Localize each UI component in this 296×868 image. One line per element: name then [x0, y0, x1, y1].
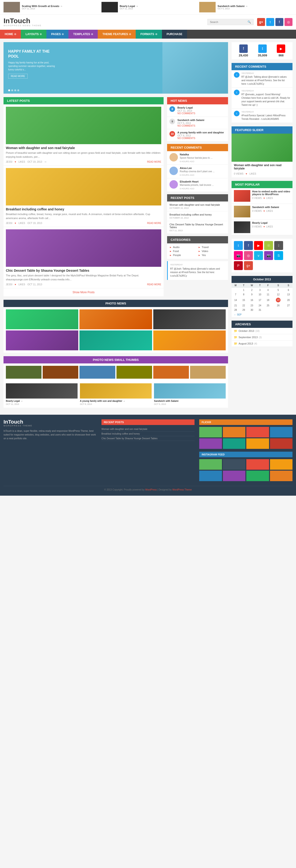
cal-d-9[interactable]: 9 [248, 292, 256, 297]
gplus-icon[interactable]: g+ [257, 18, 265, 26]
cat-travel[interactable]: ► Travel [198, 246, 226, 249]
cal-d-25[interactable]: 25 [264, 303, 272, 308]
show-more-button[interactable]: Show More Posts [3, 288, 164, 296]
cat-audio[interactable]: ► Audio [169, 246, 197, 249]
sthumb-2[interactable] [43, 366, 78, 379]
logo[interactable]: InTouch WORDPRESS NEWS THEME [3, 17, 208, 27]
top-post-2[interactable]: Bearly Legal → OCT 11, 2013 [102, 2, 195, 12]
facebook-header-icon[interactable]: f [275, 18, 284, 26]
sthumb-4[interactable] [116, 366, 152, 379]
ss-flickr[interactable]: 📷 [234, 251, 243, 260]
cat-food[interactable]: ► Food [169, 250, 197, 252]
nav-templates[interactable]: TEMPLATES [69, 30, 98, 39]
cal-d-2[interactable]: 2 [248, 288, 256, 292]
mp-item-1[interactable]: How to embed audio and video players to … [232, 188, 293, 204]
cal-d-30[interactable]: 30 [248, 308, 256, 312]
mp-item-3[interactable]: Bearly Legal 0 VIEWS ♥ LIKES [232, 219, 293, 235]
cal-d-19-today[interactable]: 19 [272, 297, 285, 303]
cal-d-3[interactable]: 3 [256, 288, 264, 292]
cal-d-31[interactable]: 31 [256, 308, 264, 312]
cal-prev[interactable]: ← SEP [234, 313, 242, 316]
dot-3[interactable] [14, 89, 16, 91]
sc-twitter[interactable]: t 35,009 [258, 44, 267, 57]
flickr-5[interactable] [199, 438, 222, 449]
nav-layouts[interactable]: LAYOUTS [21, 30, 46, 39]
flickr-4[interactable] [270, 427, 293, 437]
cal-d-29[interactable]: 29 [240, 308, 248, 312]
cal-d-13[interactable]: 13 [284, 292, 293, 297]
cal-d-8[interactable]: 8 [240, 292, 248, 297]
mp-item-2[interactable]: Sandwich with Salami 0 VIEWS ♥ LIKES [232, 204, 293, 219]
footer-logo[interactable]: InTouch [3, 420, 97, 425]
nav-pages[interactable]: PAGES [46, 30, 69, 39]
twitter-header-icon[interactable]: t [266, 18, 274, 26]
ss-skype[interactable]: S [274, 251, 283, 260]
ig-8[interactable] [270, 471, 293, 481]
fs-title[interactable]: Woman with daughter and son read fairyta… [232, 162, 293, 171]
sthumb-5[interactable] [153, 366, 189, 379]
ss-apple[interactable]:  [274, 241, 283, 250]
dribbble-header-icon[interactable]: ◎ [285, 18, 293, 26]
ss-gplus[interactable]: g+ [244, 261, 253, 270]
search-input[interactable] [210, 21, 247, 23]
cal-d-5[interactable]: 5 [272, 288, 285, 292]
photo-3[interactable] [153, 309, 226, 329]
flickr-6[interactable] [223, 438, 245, 449]
footer-post-2[interactable]: Breakfast including coffee and honey [102, 432, 195, 436]
ig-7[interactable] [246, 471, 269, 481]
cal-d-18[interactable]: 18 [264, 297, 272, 303]
hot-item-1[interactable]: 8 Bearly Legal OCT 11, 2013 NO COMMENTS [167, 104, 228, 117]
cal-d-6[interactable]: 6 [284, 288, 293, 292]
top-post-3[interactable]: Sandwich with Salami → OCT 5, 2013 [199, 2, 293, 12]
photo-6[interactable] [153, 331, 226, 350]
footer-post-1[interactable]: Woman with daughter and son read fairyta… [102, 427, 195, 432]
sthumb-1[interactable] [6, 366, 42, 379]
cal-d-10[interactable]: 10 [256, 292, 264, 297]
cat-yes[interactable]: ► Yes [198, 254, 226, 256]
cal-d-28[interactable]: 28 [232, 308, 240, 312]
flickr-1[interactable] [199, 427, 222, 437]
cal-d-12[interactable]: 12 [272, 292, 285, 297]
cal-d-11[interactable]: 11 [264, 292, 272, 297]
sc-youtube[interactable]: ▶ 868 [277, 44, 285, 57]
arc-item-2[interactable]: 📁 September 2013 (3) [232, 334, 293, 341]
footer-wp-link[interactable]: WordPress [145, 488, 157, 491]
dot-2[interactable] [11, 89, 13, 91]
photo-5[interactable] [79, 331, 152, 350]
photo-2[interactable] [79, 309, 152, 329]
post-2-read-more[interactable]: READ MORE [147, 222, 161, 224]
hot-item-2[interactable]: 9 Sandwich with Salami OCT 5, 2013 NO CO… [167, 117, 228, 129]
ss-youtube[interactable]: ▶ [254, 241, 263, 250]
flickr-8[interactable] [270, 438, 293, 449]
flickr-7[interactable] [246, 438, 269, 449]
rp-item-3[interactable]: Chic Dessert Table by Shauna Younge Dess… [167, 221, 228, 234]
cal-d-24[interactable]: 24 [256, 303, 264, 308]
nav-purchase[interactable]: PURCHASE [162, 30, 187, 39]
cal-d-4[interactable]: 4 [264, 288, 272, 292]
ss-twitter[interactable]: t [234, 241, 243, 250]
search-container[interactable]: 🔍 [208, 19, 253, 25]
photo-1[interactable] [6, 309, 78, 329]
ig-5[interactable] [199, 471, 222, 481]
photo-4[interactable] [6, 331, 78, 350]
ig-3[interactable] [246, 459, 269, 470]
flickr-3[interactable] [246, 427, 269, 437]
post-1-read-more[interactable]: READ MORE [147, 160, 161, 163]
cal-d-26[interactable]: 26 [272, 303, 285, 308]
cat-people[interactable]: ► People [169, 254, 197, 256]
ss-instagram[interactable]: 📷 [264, 251, 273, 260]
arc-item-1[interactable]: 📁 October 2013 (10) [232, 328, 293, 334]
cal-d-1[interactable]: 1 [240, 288, 248, 292]
ig-2[interactable] [223, 459, 245, 470]
hot-item-3[interactable]: 10 A young family with son and daughter … [167, 129, 228, 142]
nav-theme-features[interactable]: THEME FEATURES [98, 30, 136, 39]
arc-item-3[interactable]: 📁 August 2013 (4) [232, 341, 293, 347]
dot-1[interactable] [8, 89, 10, 91]
ig-4[interactable] [270, 459, 293, 470]
nav-home[interactable]: HOME [0, 30, 21, 39]
footer-post-3[interactable]: Chic Dessert Table by Shauna Younge Dess… [102, 436, 195, 441]
rp-item-1[interactable]: Woman with daughter and son read fairyta… [167, 202, 228, 211]
ig-6[interactable] [223, 471, 245, 481]
footer-theme-link[interactable]: WordPress Theme [172, 488, 192, 491]
rp-item-2[interactable]: Breakfast including coffee and honey OCT… [167, 211, 228, 221]
